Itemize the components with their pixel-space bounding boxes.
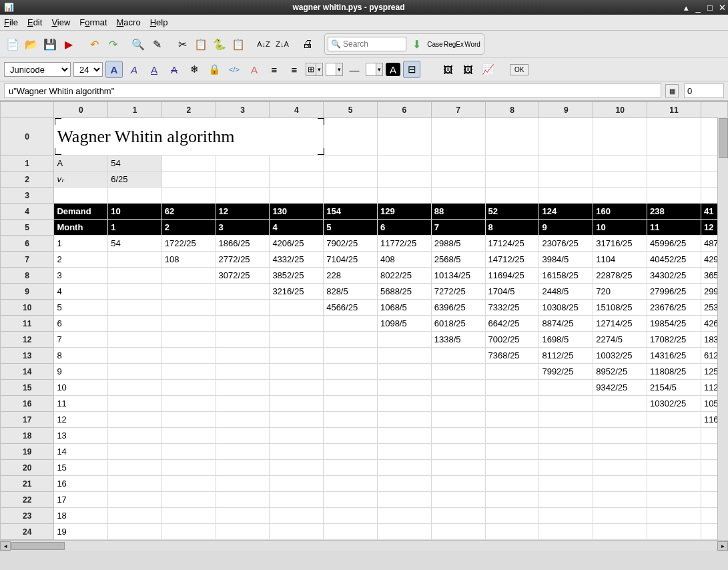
cell[interactable]: 13 — [54, 428, 108, 444]
cell[interactable]: 408 — [377, 252, 431, 268]
cell[interactable] — [647, 172, 701, 188]
cell[interactable] — [539, 412, 593, 428]
cell[interactable] — [108, 380, 162, 396]
row-header[interactable]: 18 — [1, 428, 54, 444]
cell[interactable] — [161, 412, 216, 428]
cell[interactable] — [270, 476, 324, 492]
cell[interactable]: 154 — [324, 204, 378, 220]
cell[interactable] — [539, 118, 593, 156]
cell[interactable] — [216, 524, 270, 540]
cell[interactable]: 7368/25 — [485, 348, 539, 364]
cell[interactable]: 23076/25 — [539, 236, 593, 252]
cell[interactable] — [324, 444, 378, 460]
strike-icon[interactable]: A — [165, 61, 183, 78]
cell[interactable]: 9 — [539, 220, 593, 236]
cell[interactable] — [431, 524, 485, 540]
cell[interactable] — [161, 188, 216, 204]
cell[interactable] — [108, 188, 162, 204]
copy-result-icon[interactable]: 🐍 — [211, 35, 228, 53]
row-header[interactable]: 5 — [1, 220, 54, 236]
cell[interactable] — [324, 412, 378, 428]
cell[interactable] — [54, 188, 108, 204]
cell[interactable]: 1722/25 — [161, 236, 216, 252]
freeze-icon[interactable]: ❄ — [186, 61, 203, 78]
cell[interactable]: 10302/25 — [647, 396, 701, 412]
cell[interactable]: 34302/25 — [647, 268, 701, 284]
cell[interactable]: 4332/25 — [270, 252, 324, 268]
col-header[interactable]: 5 — [324, 102, 378, 118]
maximize-button[interactable]: □ — [705, 3, 715, 13]
cell[interactable] — [593, 428, 647, 444]
cell[interactable]: 6/25 — [108, 172, 162, 188]
copy-icon[interactable]: 📋 — [192, 35, 210, 53]
cell[interactable]: 19854/25 — [647, 316, 701, 332]
cell[interactable] — [324, 460, 378, 476]
cell[interactable]: 4206/25 — [270, 236, 324, 252]
cell[interactable] — [377, 492, 431, 508]
cell[interactable]: 1 — [54, 236, 108, 252]
cell[interactable] — [324, 118, 378, 156]
row-header[interactable]: 0 — [1, 118, 54, 156]
cell[interactable] — [216, 444, 270, 460]
row-header[interactable]: 1 — [1, 156, 54, 172]
cell[interactable] — [377, 460, 431, 476]
cell[interactable]: 17124/25 — [485, 236, 539, 252]
cell[interactable]: 6642/25 — [485, 316, 539, 332]
cell[interactable]: 1 — [108, 220, 162, 236]
cell[interactable] — [270, 508, 324, 524]
cell[interactable]: 129 — [377, 204, 431, 220]
cell[interactable] — [593, 396, 647, 412]
cell[interactable] — [270, 460, 324, 476]
row-header[interactable]: 22 — [1, 492, 54, 508]
cell[interactable]: 11772/25 — [377, 236, 431, 252]
scroll-left-icon[interactable]: ◂ — [0, 541, 11, 551]
cell[interactable]: 14316/25 — [647, 348, 701, 364]
menu-edit[interactable]: Edit — [27, 17, 42, 27]
col-header[interactable]: 8 — [485, 102, 539, 118]
cell[interactable] — [593, 188, 647, 204]
row-header[interactable]: 17 — [1, 412, 54, 428]
cell[interactable] — [161, 380, 216, 396]
cell[interactable]: 40452/25 — [647, 252, 701, 268]
menu-format[interactable]: Format — [79, 17, 107, 27]
cell[interactable] — [431, 476, 485, 492]
cell[interactable]: 7104/25 — [324, 252, 378, 268]
cell[interactable] — [647, 476, 701, 492]
cell[interactable]: 7992/25 — [539, 364, 593, 380]
cell[interactable] — [431, 172, 485, 188]
cell[interactable] — [324, 348, 378, 364]
cell[interactable] — [216, 476, 270, 492]
align-top-icon[interactable]: ≡ — [286, 61, 303, 78]
row-header[interactable]: 24 — [1, 524, 54, 540]
row-header[interactable]: 19 — [1, 444, 54, 460]
menu-view[interactable]: View — [51, 17, 70, 27]
cell[interactable] — [216, 316, 270, 332]
search-regex-icon[interactable]: RegEx — [445, 35, 462, 53]
col-header[interactable]: 3 — [216, 102, 270, 118]
col-header[interactable]: 6 — [377, 102, 431, 118]
cell[interactable]: 6396/25 — [431, 300, 485, 316]
formula-input[interactable] — [4, 83, 661, 98]
find-icon[interactable]: 🔍 — [129, 35, 147, 53]
cell[interactable] — [108, 284, 162, 300]
cell[interactable]: 5 — [54, 300, 108, 316]
row-header[interactable]: 16 — [1, 396, 54, 412]
cell[interactable]: 23676/25 — [647, 300, 701, 316]
cell[interactable]: 8022/25 — [377, 268, 431, 284]
cell[interactable]: 6 — [54, 316, 108, 332]
new-icon[interactable]: 📄 — [4, 35, 21, 53]
cell[interactable] — [647, 156, 701, 172]
cell[interactable] — [161, 444, 216, 460]
paste-icon[interactable]: 📋 — [230, 35, 247, 53]
cell[interactable]: 12714/25 — [593, 316, 647, 332]
close-button[interactable]: ✕ — [717, 3, 727, 13]
cell[interactable]: 2568/5 — [431, 252, 485, 268]
cell[interactable]: 3 — [54, 268, 108, 284]
cell[interactable]: 828/5 — [324, 284, 378, 300]
cell[interactable]: 2772/25 — [216, 252, 270, 268]
cell[interactable] — [324, 172, 378, 188]
cell[interactable] — [216, 364, 270, 380]
cell[interactable]: 108 — [161, 252, 216, 268]
cell[interactable] — [593, 476, 647, 492]
cell[interactable] — [647, 428, 701, 444]
